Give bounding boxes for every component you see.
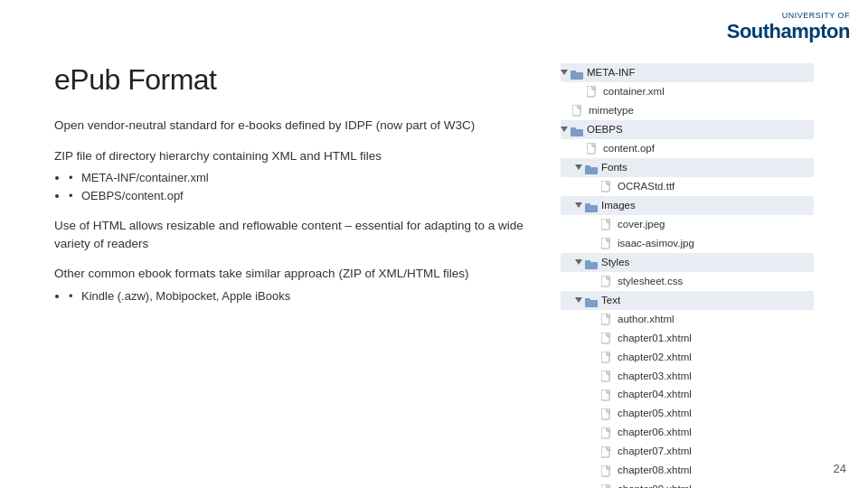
folder-icon <box>571 68 583 78</box>
bullet-item-2: OEBPS/content.opf <box>69 187 533 205</box>
folder-label-oebps: OEBPS <box>587 121 623 138</box>
text-block-4-content: Other common ebook formats take similar … <box>54 265 533 283</box>
svg-marker-19 <box>607 238 609 241</box>
svg-marker-27 <box>607 314 609 317</box>
logo-southampton: Southampton <box>727 20 850 43</box>
bullet-list-1: META-INF/container.xml OEBPS/content.opf <box>69 169 533 204</box>
folder-label-styles: Styles <box>601 254 629 271</box>
file-icon <box>601 219 614 230</box>
tree-row-chapter04-xhtml: chapter04.xhtml <box>561 385 814 404</box>
tree-row-chapter08-xhtml: chapter08.xhtml <box>561 461 814 480</box>
file-icon <box>601 427 614 438</box>
tree-row-styles: Styles <box>561 253 814 272</box>
folder-icon <box>585 258 598 267</box>
arrow-icon <box>575 164 582 170</box>
tree-row-images: Images <box>561 196 814 215</box>
svg-rect-11 <box>585 165 590 169</box>
file-label-container-xml: container.xml <box>603 83 665 100</box>
file-tree: META-INF container.xml mimetype OEBPS co… <box>561 63 814 488</box>
file-icon <box>601 276 614 286</box>
folder-icon <box>571 125 583 135</box>
file-icon <box>601 238 614 249</box>
tree-row-author-xhtml: author.xhtml <box>561 310 814 329</box>
svg-marker-17 <box>607 219 609 222</box>
logo-area: UNIVERSITY OF Southampton <box>727 11 850 43</box>
logo-university-of: UNIVERSITY OF <box>727 11 850 20</box>
file-label-chapter04-xhtml: chapter04.xhtml <box>618 386 692 403</box>
file-icon <box>572 105 585 116</box>
tree-row-mimetype: mimetype <box>561 101 814 120</box>
svg-marker-37 <box>607 408 609 412</box>
svg-marker-45 <box>607 484 609 488</box>
folder-label-fonts: Fonts <box>601 159 627 176</box>
file-label-chapter01-xhtml: chapter01.xhtml <box>618 330 692 347</box>
file-label-chapter02-xhtml: chapter02.xhtml <box>618 349 692 366</box>
tree-row-cover-jpeg: cover.jpeg <box>561 215 814 234</box>
file-label-chapter06-xhtml: chapter06.xhtml <box>618 424 692 441</box>
tree-row-chapter07-xhtml: chapter07.xhtml <box>561 442 814 461</box>
tree-row-chapter02-xhtml: chapter02.xhtml <box>561 348 814 367</box>
file-label-mimetype: mimetype <box>589 102 634 119</box>
file-icon <box>601 465 614 476</box>
tree-row-chapter06-xhtml: chapter06.xhtml <box>561 423 814 442</box>
svg-marker-43 <box>607 465 609 469</box>
svg-marker-13 <box>607 181 609 184</box>
svg-rect-21 <box>585 260 590 264</box>
svg-marker-41 <box>607 446 609 450</box>
main-content: ePub Format Open vendor-neutral standard… <box>54 54 814 452</box>
svg-rect-25 <box>585 298 590 302</box>
folder-icon <box>585 163 598 173</box>
file-label-chapter05-xhtml: chapter05.xhtml <box>618 405 692 422</box>
folder-label-text: Text <box>601 292 620 309</box>
tree-row-chapter05-xhtml: chapter05.xhtml <box>561 404 814 423</box>
text-block-2-content: ZIP file of directory hierarchy containi… <box>54 147 533 165</box>
svg-marker-39 <box>607 427 609 431</box>
tree-row-stylesheet-css: stylesheet.css <box>561 272 814 291</box>
file-label-isaac-jpg: isaac-asimov.jpg <box>618 235 694 252</box>
file-label-chapter08-xhtml: chapter08.xhtml <box>618 462 692 479</box>
file-label-content-opf: content.opf <box>603 140 655 157</box>
file-label-stylesheet-css: stylesheet.css <box>618 273 683 290</box>
file-icon <box>601 408 614 419</box>
file-icon <box>601 484 614 488</box>
file-icon <box>601 333 614 343</box>
slide-title: ePub Format <box>54 63 533 97</box>
file-label-chapter03-xhtml: chapter03.xhtml <box>618 368 692 385</box>
tree-row-fonts: Fonts <box>561 158 814 177</box>
folder-label-images: Images <box>601 197 636 214</box>
file-icon <box>601 181 614 192</box>
svg-marker-31 <box>607 352 609 355</box>
svg-rect-7 <box>571 127 576 131</box>
text-block-1-content: Open vendor-neutral standard for e-books… <box>54 117 533 135</box>
folder-label-meta-inf: META-INF <box>587 64 635 81</box>
tree-row-chapter01-xhtml: chapter01.xhtml <box>561 329 814 348</box>
svg-rect-1 <box>571 70 576 74</box>
file-label-chapter09-xhtml: chapter09.xhtml <box>618 481 692 488</box>
arrow-icon <box>575 259 582 265</box>
svg-marker-29 <box>607 333 609 336</box>
file-icon <box>601 352 614 362</box>
tree-row-meta-inf: META-INF <box>561 63 814 82</box>
svg-marker-35 <box>607 389 609 393</box>
right-column: META-INF container.xml mimetype OEBPS co… <box>561 54 814 452</box>
svg-rect-15 <box>585 203 590 207</box>
file-icon <box>601 371 614 381</box>
bullet-list-2: Kindle (.azw), Mobipocket, Apple iBooks <box>69 287 533 305</box>
file-icon <box>601 314 614 324</box>
file-label-cover-jpeg: cover.jpeg <box>618 216 665 233</box>
svg-marker-9 <box>592 143 595 146</box>
tree-row-text: Text <box>561 291 814 310</box>
page-number: 24 <box>834 462 846 475</box>
arrow-icon <box>575 202 582 208</box>
svg-marker-23 <box>607 276 609 279</box>
tree-row-isaac-jpg: isaac-asimov.jpg <box>561 234 814 253</box>
arrow-icon <box>575 297 582 303</box>
file-label-author-xhtml: author.xhtml <box>618 311 675 328</box>
text-block-4: Other common ebook formats take similar … <box>54 265 533 305</box>
tree-row-chapter09-xhtml: chapter09.xhtml <box>561 480 814 488</box>
svg-marker-33 <box>607 371 609 374</box>
file-label-chapter07-xhtml: chapter07.xhtml <box>618 443 692 460</box>
text-block-2: ZIP file of directory hierarchy containi… <box>54 147 533 205</box>
tree-row-oebps: OEBPS <box>561 120 814 139</box>
arrow-icon <box>561 127 568 132</box>
